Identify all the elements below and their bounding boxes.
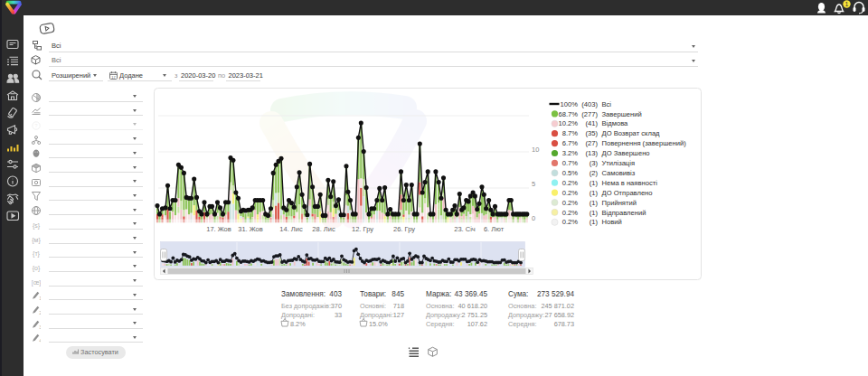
svg-text:Замовлення:: Замовлення: <box>281 290 326 298</box>
svg-text:Допродажу:: Допродажу: <box>508 311 544 319</box>
svg-text:678.73: 678.73 <box>554 320 574 328</box>
svg-text:107.62: 107.62 <box>467 320 487 328</box>
svg-text:127: 127 <box>393 311 404 319</box>
svg-text:Допродані:: Допродані: <box>360 311 393 319</box>
svg-text:403: 403 <box>329 290 342 298</box>
svg-text:15.0%: 15.0% <box>369 320 388 328</box>
svg-text:845: 845 <box>392 290 404 298</box>
svg-text:40 618.20: 40 618.20 <box>458 302 487 310</box>
svg-text:Допродажу:: Допродажу: <box>426 311 462 319</box>
svg-text:Основні:: Основні: <box>360 302 386 310</box>
svg-text:27 658.92: 27 658.92 <box>545 311 574 319</box>
svg-text:245 871.02: 245 871.02 <box>541 302 574 310</box>
svg-text:Середня:: Середня: <box>426 320 455 328</box>
svg-text:370: 370 <box>331 302 342 310</box>
svg-text:718: 718 <box>393 302 404 310</box>
svg-text:Без допродажів:: Без допродажів: <box>281 302 331 310</box>
svg-text:Основна:: Основна: <box>426 302 454 310</box>
svg-text:33: 33 <box>335 311 342 319</box>
svg-text:Середня:: Середня: <box>508 320 537 328</box>
svg-text:273 529.94: 273 529.94 <box>537 290 574 298</box>
svg-text:Маржа:: Маржа: <box>426 290 451 298</box>
svg-text:2 751.25: 2 751.25 <box>462 311 487 319</box>
svg-text:Допродані:: Допродані: <box>281 311 315 319</box>
svg-text:Основна:: Основна: <box>508 302 536 310</box>
svg-text:43 369.45: 43 369.45 <box>455 290 488 298</box>
svg-text:Товари:: Товари: <box>360 290 386 298</box>
svg-text:8.2%: 8.2% <box>290 320 306 328</box>
svg-text:Сума:: Сума: <box>508 290 528 298</box>
